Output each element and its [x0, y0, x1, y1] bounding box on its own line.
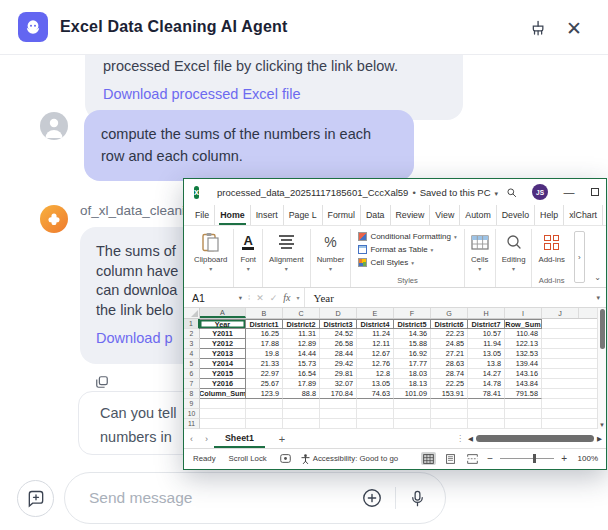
cell[interactable]: 29.81 [320, 369, 357, 379]
prev-sheet-arrow[interactable]: ‹ [184, 434, 199, 444]
cell[interactable] [320, 399, 357, 409]
ribbon-tab-xlwings[interactable]: xlwings [602, 205, 608, 225]
cell[interactable]: 74.63 [357, 389, 394, 399]
normal-view-button[interactable] [421, 452, 436, 465]
cell[interactable]: Y2014 [200, 359, 246, 369]
next-sheet-arrow[interactable]: › [199, 434, 214, 444]
close-button[interactable]: ✕ [562, 16, 586, 40]
cell[interactable]: District7 [468, 319, 505, 329]
sheetbar-handle[interactable]: ⋮ [456, 434, 464, 443]
cell[interactable]: 16.54 [283, 369, 320, 379]
ribbon-tab-insert[interactable]: Insert [250, 205, 283, 225]
column-header-D[interactable]: D [320, 308, 357, 318]
style-button-cell-styles[interactable]: Cell Styles▾ [358, 256, 456, 269]
account-avatar[interactable]: JS [532, 184, 548, 200]
cell[interactable] [200, 419, 246, 429]
cell[interactable] [468, 419, 505, 429]
cell[interactable]: Year [200, 319, 246, 329]
microphone-icon[interactable] [408, 489, 427, 508]
cell[interactable]: 17.77 [394, 359, 431, 369]
macro-record-icon[interactable] [280, 454, 291, 463]
ribbon-tab-file[interactable]: File [190, 205, 214, 225]
search-button[interactable] [498, 182, 524, 202]
scroll-down-arrow[interactable]: ▼ [598, 422, 606, 428]
cell[interactable]: District3 [320, 319, 357, 329]
ribbon-collapse-icon[interactable]: ⌄ [594, 273, 601, 282]
excel-titlebar[interactable]: x processed_data_20251117185601_CccXal59… [184, 179, 606, 205]
cell[interactable]: District6 [431, 319, 468, 329]
cell[interactable] [394, 419, 431, 429]
row-number[interactable]: 9 [184, 399, 200, 409]
message-input[interactable] [89, 489, 361, 507]
cell[interactable] [431, 409, 468, 419]
horizontal-scrollbar[interactable]: ◀ ▶ [468, 435, 602, 443]
cell[interactable]: 22.97 [246, 369, 283, 379]
cell[interactable]: 25.67 [246, 379, 283, 389]
cell[interactable]: 11.24 [357, 329, 394, 339]
ribbon-tab-formul[interactable]: Formul [322, 205, 360, 225]
cell[interactable]: 88.8 [283, 389, 320, 399]
cell[interactable]: 13.8 [468, 359, 505, 369]
cell[interactable]: 13.05 [468, 349, 505, 359]
excel-window[interactable]: x processed_data_20251117185601_CccXal59… [183, 178, 607, 470]
cell[interactable]: 29.42 [320, 359, 357, 369]
cell[interactable] [505, 399, 542, 409]
ribbon-tab-xlchart[interactable]: xlChart [563, 205, 602, 225]
cell[interactable]: 17.89 [283, 379, 320, 389]
name-box[interactable]: A1 ▾ [184, 288, 246, 307]
cell[interactable] [320, 419, 357, 429]
cell[interactable]: District1 [246, 319, 283, 329]
ribbon-tab-review[interactable]: Review [390, 205, 430, 225]
cell[interactable]: 15.73 [283, 359, 320, 369]
cell[interactable]: 10.57 [468, 329, 505, 339]
cell[interactable]: 14.36 [394, 329, 431, 339]
cell[interactable]: 14.27 [468, 369, 505, 379]
cell[interactable]: 139.44 [505, 359, 542, 369]
ribbon-tab-page-l[interactable]: Page L [283, 205, 322, 225]
insert-function-button[interactable]: fx [283, 292, 290, 303]
cell[interactable]: 24.52 [320, 329, 357, 339]
accessibility-status[interactable]: Accessibility: Good to go [313, 454, 398, 463]
cell[interactable]: 17.88 [246, 339, 283, 349]
cell[interactable]: 28.74 [431, 369, 468, 379]
zoom-in-button[interactable]: + [561, 453, 567, 464]
ribbon-tab-view[interactable]: View [429, 205, 459, 225]
clipboard-group[interactable]: Clipboard ▾ [188, 229, 234, 287]
cancel-entry-icon[interactable]: ✕ [256, 293, 264, 303]
cell[interactable] [200, 409, 246, 419]
column-header-C[interactable]: C [283, 308, 320, 318]
cell[interactable]: 11.94 [468, 339, 505, 349]
cell[interactable] [505, 419, 542, 429]
cell[interactable]: 24.85 [431, 339, 468, 349]
row-number[interactable]: 4 [184, 349, 200, 359]
formula-bar-expand-icon[interactable]: ▾ [596, 294, 606, 302]
cell[interactable]: 27.21 [431, 349, 468, 359]
cell[interactable]: Row_Sum [505, 319, 542, 329]
row-number[interactable]: 10 [184, 409, 200, 419]
column-header-F[interactable]: F [394, 308, 431, 318]
cell[interactable]: 14.78 [468, 379, 505, 389]
cell[interactable]: 28.63 [431, 359, 468, 369]
formula-input[interactable]: Year [304, 288, 597, 307]
cell[interactable]: 110.48 [505, 329, 542, 339]
ribbon-tab-develo[interactable]: Develo [496, 205, 534, 225]
cell[interactable] [357, 419, 394, 429]
addins-group[interactable]: Add-ins Add-ins [532, 229, 570, 287]
row-number[interactable]: 8 [184, 389, 200, 399]
cell[interactable]: 122.13 [505, 339, 542, 349]
cell[interactable] [394, 399, 431, 409]
download-link[interactable]: Download p [96, 327, 173, 349]
cell[interactable] [200, 399, 246, 409]
cell[interactable]: 101.09 [394, 389, 431, 399]
cell[interactable] [468, 399, 505, 409]
cell[interactable]: 28.44 [320, 349, 357, 359]
sheet-tab[interactable]: Sheet1 [214, 429, 265, 448]
cell[interactable]: 13.05 [357, 379, 394, 389]
minimize-button[interactable]: — [556, 182, 582, 202]
row-number[interactable]: 11 [184, 419, 200, 429]
row-number[interactable]: 3 [184, 339, 200, 349]
ribbon-expander-button[interactable]: › [574, 231, 585, 283]
style-button-conditional-formatting[interactable]: Conditional Formatting▾ [358, 230, 456, 243]
scrollbar-thumb[interactable] [600, 309, 605, 349]
zoom-slider[interactable] [500, 458, 554, 459]
